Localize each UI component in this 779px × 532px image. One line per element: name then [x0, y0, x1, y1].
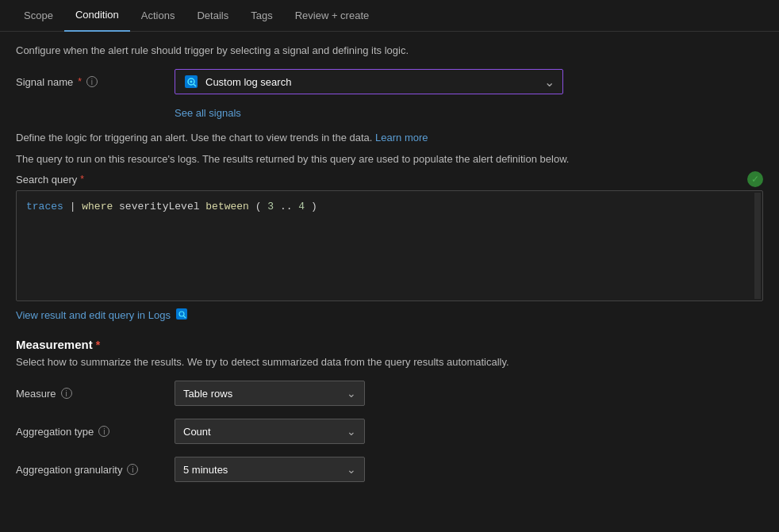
measurement-description: Select how to summarize the results. We … — [16, 356, 763, 368]
measure-info-icon[interactable]: i — [61, 388, 72, 399]
define-logic-description: Define the logic for triggering an alert… — [16, 132, 763, 144]
nav-tabs: Scope Condition Actions Details Tags Rev… — [0, 0, 779, 32]
svg-point-2 — [190, 81, 193, 83]
signal-dropdown-icon — [183, 74, 199, 90]
external-link-icon — [175, 308, 190, 322]
signal-name-dropdown[interactable]: Custom log search ⌄ — [175, 69, 563, 94]
signal-name-info-icon[interactable]: i — [86, 76, 98, 87]
query-editor-box[interactable]: traces | where severityLevel between ( 3… — [16, 190, 763, 301]
see-all-signals-link[interactable]: See all signals — [175, 107, 763, 119]
chevron-down-icon: ⌄ — [544, 75, 555, 90]
aggregation-type-chevron-icon: ⌄ — [347, 425, 356, 438]
measurement-section-title: Measurement * — [16, 338, 763, 351]
measurement-required-dot: * — [96, 339, 100, 351]
tab-scope[interactable]: Scope — [13, 0, 64, 32]
query-scrollbar[interactable] — [754, 193, 761, 299]
aggregation-granularity-row: Aggregation granularity i 5 minutes ⌄ — [16, 457, 763, 482]
tab-tags[interactable]: Tags — [240, 0, 283, 32]
measure-row: Measure i Table rows ⌄ — [16, 381, 763, 406]
signal-name-value: Custom log search — [205, 76, 544, 88]
aggregation-granularity-dropdown[interactable]: 5 minutes ⌄ — [175, 457, 365, 482]
validation-check-icon: ✓ — [747, 171, 763, 187]
configure-description: Configure when the alert rule should tri… — [16, 44, 763, 56]
aggregation-type-row: Aggregation type i Count ⌄ — [16, 419, 763, 444]
tab-actions[interactable]: Actions — [130, 0, 186, 32]
view-result-label: View result and edit query in Logs — [16, 309, 171, 321]
tab-condition[interactable]: Condition — [64, 0, 130, 32]
view-result-link[interactable]: View result and edit query in Logs — [16, 308, 763, 322]
aggregation-type-dropdown[interactable]: Count ⌄ — [175, 419, 365, 444]
main-content: Configure when the alert rule should tri… — [0, 32, 779, 507]
signal-name-label: Signal name * i — [16, 76, 175, 88]
measure-value: Table rows — [183, 388, 347, 400]
query-description: The query to run on this resource's logs… — [16, 153, 763, 165]
measure-dropdown[interactable]: Table rows ⌄ — [175, 381, 365, 406]
aggregation-granularity-label: Aggregation granularity i — [16, 464, 175, 476]
learn-more-link[interactable]: Learn more — [375, 132, 428, 144]
tab-details[interactable]: Details — [186, 0, 240, 32]
aggregation-type-info-icon[interactable]: i — [98, 426, 109, 437]
tab-review-create[interactable]: Review + create — [284, 0, 381, 32]
signal-name-row: Signal name * i Custom log search ⌄ — [16, 69, 763, 94]
search-query-label: Search query * — [16, 174, 84, 186]
query-content: traces | where severityLevel between ( 3… — [26, 199, 753, 215]
search-query-header: Search query * ✓ — [16, 171, 763, 187]
measure-label: Measure i — [16, 388, 175, 400]
search-query-required-star: * — [80, 174, 84, 185]
required-star: * — [78, 76, 82, 87]
aggregation-granularity-info-icon[interactable]: i — [127, 464, 138, 475]
aggregation-type-value: Count — [183, 426, 347, 438]
aggregation-granularity-value: 5 minutes — [183, 464, 347, 476]
measure-chevron-icon: ⌄ — [347, 387, 356, 400]
aggregation-granularity-chevron-icon: ⌄ — [347, 463, 356, 476]
aggregation-type-label: Aggregation type i — [16, 426, 175, 438]
